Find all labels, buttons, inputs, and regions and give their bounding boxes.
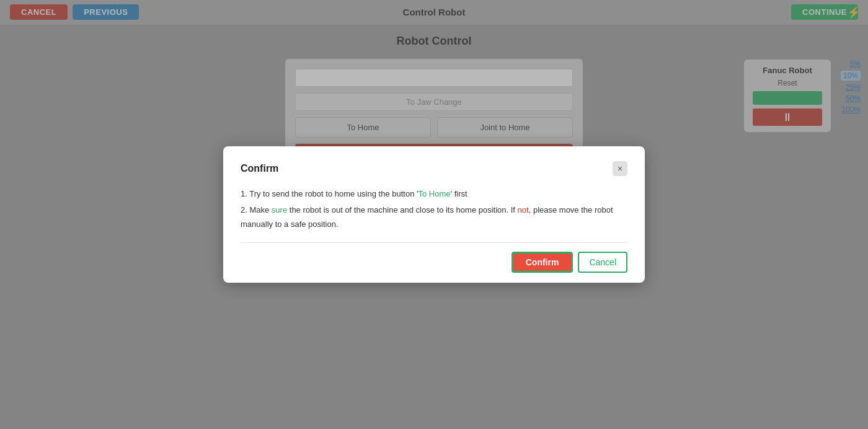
modal-footer: Confirm Cancel bbox=[241, 252, 627, 273]
modal-line1: 1. Try to send the robot to home using t… bbox=[241, 187, 627, 201]
modal-line1-prefix: 1. Try to send the robot to home using t… bbox=[241, 189, 418, 198]
modal-line2-prefix: 2. Make bbox=[241, 205, 272, 214]
modal-body: 1. Try to send the robot to home using t… bbox=[241, 187, 627, 231]
confirm-modal: Confirm × 1. Try to send the robot to ho… bbox=[223, 146, 645, 282]
modal-line2-not: not bbox=[518, 205, 529, 214]
modal-cancel-button[interactable]: Cancel bbox=[578, 252, 627, 273]
modal-divider bbox=[241, 242, 627, 243]
modal-overlay: Confirm × 1. Try to send the robot to ho… bbox=[0, 0, 868, 429]
modal-title: Confirm bbox=[241, 163, 278, 174]
modal-line2-middle: the robot is out of the machine and clos… bbox=[287, 205, 517, 214]
modal-line2: 2. Make sure the robot is out of the mac… bbox=[241, 203, 627, 231]
modal-close-button[interactable]: × bbox=[613, 161, 627, 176]
modal-line1-suffix: ' first bbox=[451, 189, 467, 198]
modal-line1-highlight: To Home bbox=[418, 189, 451, 198]
modal-header: Confirm × bbox=[241, 161, 627, 176]
modal-line2-sure: sure bbox=[272, 205, 287, 214]
confirm-button[interactable]: Confirm bbox=[512, 252, 574, 273]
